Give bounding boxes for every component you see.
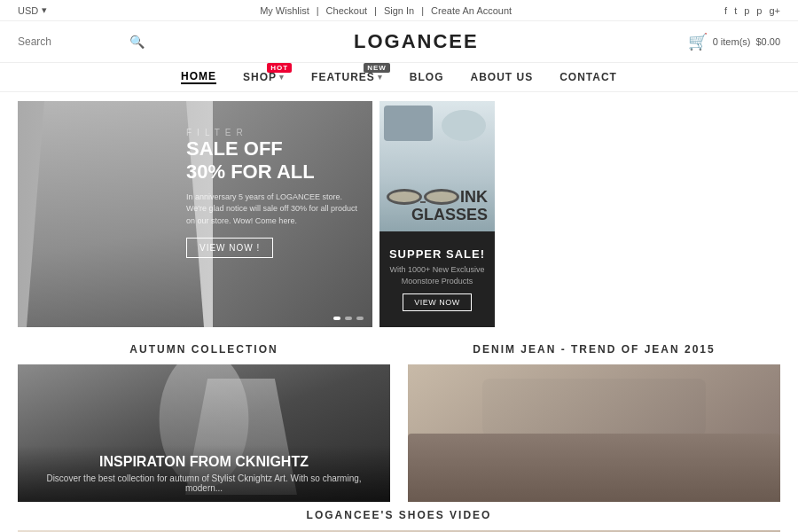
supper-sale-title: SUPPER SALE! — [389, 247, 485, 261]
video-block: LOGANCEE'S SHOES VIDEO ▶ Fashion Trends … — [18, 509, 780, 532]
cart-icon: 🛒 — [688, 32, 708, 51]
autumn-collection-title: AUTUMN COLLECTION — [18, 343, 390, 356]
sign-in-link[interactable]: Sign In — [384, 5, 414, 16]
currency-selector[interactable]: USD ▾ — [18, 4, 47, 16]
hero-description: In anniversary 5 years of LOGANCEE store… — [186, 192, 364, 228]
search-area: 🔍 — [18, 35, 145, 49]
denim-collection-block: DENIM JEAN - TREND OF JEAN 2015 — [408, 343, 780, 502]
hero-cta-button[interactable]: VIEW NOW ! — [186, 238, 273, 258]
pinterest2-icon[interactable]: p — [756, 5, 762, 16]
supper-sale-description: With 1000+ New Exclusive Moonstore Produ… — [387, 264, 488, 286]
autumn-collection-block: AUTUMN COLLECTION INSPIRATON FROM CKNIGH… — [18, 343, 390, 502]
chevron-down-icon: ▾ — [42, 4, 47, 16]
cart-widget[interactable]: 🛒 0 item(s) $0.00 — [688, 32, 780, 51]
site-logo: LOGANCEE — [354, 30, 479, 53]
currency-label: USD — [18, 5, 38, 16]
pinterest-icon[interactable]: p — [744, 5, 749, 16]
site-header: 🔍 LOGANCEE 🛒 0 item(s) $0.00 — [0, 21, 798, 63]
ink-glasses-image: INK GLASSES — [379, 101, 495, 231]
ink-glasses-panel[interactable]: INK GLASSES — [379, 101, 495, 231]
autumn-overlay-title: INSPIRATON FROM CKNIGHTZ — [27, 454, 381, 470]
denim-collection-image[interactable] — [408, 364, 780, 502]
nav-item-home[interactable]: HOME — [181, 70, 216, 84]
google-plus-icon[interactable]: g+ — [769, 5, 780, 16]
facebook-icon[interactable]: f — [724, 5, 727, 16]
checkout-link[interactable]: Checkout — [326, 5, 367, 16]
denim-collection-title: DENIM JEAN - TREND OF JEAN 2015 — [408, 343, 780, 356]
shop-badge: HOT — [267, 63, 292, 73]
hero-text-area: FILTER SALE OFF 30% FOR ALL In anniversa… — [186, 128, 364, 258]
autumn-overlay-sub: Discover the best collection for autumn … — [27, 473, 381, 493]
autumn-collection-image[interactable]: INSPIRATON FROM CKNIGHTZ Discover the be… — [18, 364, 390, 502]
nav-item-features[interactable]: FEATURES NEW ▾ — [311, 70, 383, 84]
shoes-video-section: LOGANCEE'S SHOES VIDEO ▶ Fashion Trends … — [0, 509, 798, 532]
hero-image: FILTER SALE OFF 30% FOR ALL In anniversa… — [18, 101, 372, 327]
nav-item-blog[interactable]: BLOG — [410, 70, 444, 84]
dot-1[interactable] — [333, 317, 340, 320]
side-panels: INK GLASSES SUPPER SALE! With 1000+ New … — [379, 101, 495, 327]
features-badge: NEW — [364, 63, 390, 73]
nav-item-contact[interactable]: CONTACT — [559, 70, 617, 84]
hero-filter-label: FILTER — [186, 128, 364, 137]
top-bar: USD ▾ My Wishlist | Checkout | Sign In |… — [0, 0, 798, 21]
hero-slider: FILTER SALE OFF 30% FOR ALL In anniversa… — [18, 101, 372, 327]
collections-grid: AUTUMN COLLECTION INSPIRATON FROM CKNIGH… — [18, 343, 780, 502]
hero-sale-title: SALE OFF 30% FOR ALL — [186, 137, 364, 184]
chevron-down-icon: ▾ — [279, 73, 285, 82]
slider-dots — [333, 317, 364, 320]
wishlist-link[interactable]: My Wishlist — [260, 5, 309, 16]
chevron-down-icon: ▾ — [378, 73, 383, 82]
main-content: FILTER SALE OFF 30% FOR ALL In anniversa… — [0, 101, 798, 327]
autumn-overlay: INSPIRATON FROM CKNIGHTZ Discover the be… — [18, 445, 390, 502]
top-nav-links: My Wishlist | Checkout | Sign In | Creat… — [260, 5, 512, 16]
cart-price: $0.00 — [755, 36, 780, 47]
search-icon[interactable]: 🔍 — [129, 35, 145, 49]
nav-item-about[interactable]: ABOUT US — [471, 70, 534, 84]
social-links: f t p p g+ — [724, 5, 780, 16]
supper-sale-panel: SUPPER SALE! With 1000+ New Exclusive Mo… — [379, 231, 495, 327]
create-account-link[interactable]: Create An Account — [431, 5, 512, 16]
dot-2[interactable] — [345, 317, 352, 320]
search-input[interactable] — [18, 35, 124, 48]
supper-sale-button[interactable]: VIEW NOW — [403, 293, 472, 311]
collections-section: AUTUMN COLLECTION INSPIRATON FROM CKNIGH… — [0, 343, 798, 502]
shoes-video-title: LOGANCEE'S SHOES VIDEO — [18, 509, 780, 521]
main-nav: HOME SHOP HOT ▾ FEATURES NEW ▾ BLOG ABOU… — [0, 63, 798, 92]
cart-count: 0 item(s) — [713, 36, 751, 47]
nav-item-shop[interactable]: SHOP HOT ▾ — [243, 70, 285, 84]
twitter-icon[interactable]: t — [734, 5, 737, 16]
dot-3[interactable] — [356, 317, 364, 320]
